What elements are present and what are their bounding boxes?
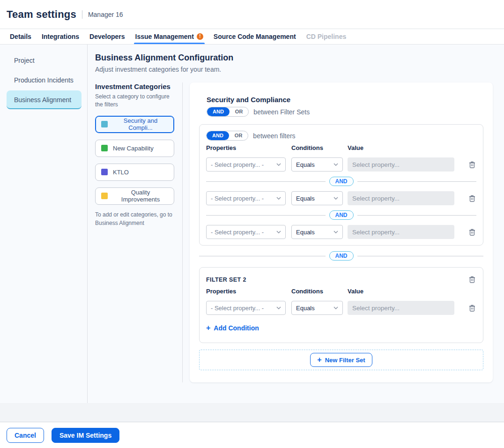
footer-actions: Cancel Save IM Settings <box>0 422 504 448</box>
plus-icon: + <box>206 324 210 332</box>
chevron-down-icon <box>334 197 338 200</box>
condition-select[interactable]: Equals <box>291 301 343 315</box>
trash-icon <box>469 276 475 283</box>
value-header: Value <box>348 144 476 151</box>
settings-sidebar: Project Production Incidents Business Al… <box>0 45 88 403</box>
condition-select[interactable]: Equals <box>291 191 343 205</box>
warning-badge-icon: ! <box>197 33 203 40</box>
value-input[interactable] <box>348 225 454 239</box>
tab-issue-management[interactable]: Issue Management ! <box>130 29 208 44</box>
column-headers: Properties Conditions Value <box>206 144 476 151</box>
main-content: Business Alignment Configuration Adjust … <box>88 45 504 403</box>
property-select[interactable]: - Select property... - <box>206 157 286 172</box>
tab-cd-pipelines: CD Pipelines <box>301 29 352 44</box>
category-color-swatch <box>101 145 108 151</box>
condition-row: - Select property... - Equals <box>206 225 476 239</box>
condition-row: - Select property... - Equals <box>206 191 476 205</box>
trash-icon <box>469 228 475 236</box>
properties-header: Properties <box>206 144 291 151</box>
between-sets-and-connector: AND <box>199 251 483 261</box>
properties-header: Properties <box>206 288 291 295</box>
filter-set-1: AND OR between filters Properties Condit… <box>199 124 483 246</box>
header-divider <box>82 10 82 19</box>
trash-icon <box>469 304 475 312</box>
or-option[interactable]: OR <box>229 131 248 140</box>
section-title: Business Alignment Configuration <box>95 53 493 63</box>
page-title: Team settings <box>7 8 76 21</box>
add-condition-button[interactable]: + Add Condition <box>206 324 259 332</box>
property-select[interactable]: - Select property... - <box>206 225 286 239</box>
delete-condition-button[interactable] <box>468 303 476 313</box>
footer-strip <box>0 403 504 422</box>
conditions-header: Conditions <box>291 288 348 295</box>
chevron-down-icon <box>276 197 281 200</box>
page-header: Team settings Manager 16 <box>0 0 504 29</box>
new-filter-set-button[interactable]: + New Filter Set <box>310 353 372 367</box>
tab-content: Project Production Incidents Business Al… <box>0 45 504 403</box>
between-filters-toggle[interactable]: AND OR <box>206 131 248 141</box>
tab-details[interactable]: Details <box>5 29 37 44</box>
and-connector: AND <box>206 177 476 186</box>
sidebar-item-project[interactable]: Project <box>7 51 82 70</box>
or-option[interactable]: OR <box>230 107 249 116</box>
category-ktlo[interactable]: KTLO <box>95 164 174 181</box>
category-filters-panel: Security and Compliance AND OR between F… <box>190 82 493 382</box>
category-color-swatch <box>101 193 108 199</box>
categories-title: Investment Categories <box>95 82 174 90</box>
team-settings-page: Team settings Manager 16 Details Integra… <box>0 0 504 448</box>
team-name: Manager 16 <box>88 11 123 18</box>
delete-filter-set-button[interactable] <box>468 275 476 284</box>
sidebar-item-production-incidents[interactable]: Production Incidents <box>7 71 82 90</box>
trash-icon <box>469 194 475 202</box>
filter-set-2-title: FILTER SET 2 <box>206 275 246 283</box>
category-color-swatch <box>101 121 108 127</box>
chevron-down-icon <box>334 231 338 233</box>
value-input[interactable] <box>348 157 454 172</box>
between-filter-sets-toggle[interactable]: AND OR <box>207 107 249 117</box>
delete-condition-button[interactable] <box>468 160 476 169</box>
categories-hint: Select a category to configure the filte… <box>95 93 174 109</box>
value-input[interactable] <box>348 301 454 315</box>
category-new-capability[interactable]: New Capability <box>95 140 174 157</box>
category-quality-improvements[interactable]: Quality Improvements <box>95 187 174 205</box>
between-filters-label: between filters <box>253 132 295 140</box>
condition-select[interactable]: Equals <box>291 157 343 172</box>
category-security-and-compliance[interactable]: Security and Compli... <box>95 116 174 133</box>
chevron-down-icon <box>276 163 281 166</box>
condition-row: - Select property... - Equals <box>206 157 476 172</box>
and-option[interactable]: AND <box>207 107 230 116</box>
conditions-header: Conditions <box>291 144 348 151</box>
sidebar-item-business-alignment[interactable]: Business Alignment <box>7 90 82 109</box>
condition-select[interactable]: Equals <box>291 225 343 239</box>
trash-icon <box>469 161 475 168</box>
tab-source-code-management[interactable]: Source Code Management <box>208 29 301 44</box>
filter-set-2: FILTER SET 2 Properties Conditions Value <box>199 267 483 343</box>
section-subtitle: Adjust investment categories for your te… <box>95 66 493 73</box>
and-connector: AND <box>206 210 476 220</box>
categories-note: To add or edit categories, go to Busines… <box>95 210 174 227</box>
chevron-down-icon <box>276 231 281 233</box>
column-headers: Properties Conditions Value <box>206 288 476 295</box>
value-input[interactable] <box>348 191 454 205</box>
and-option[interactable]: AND <box>207 131 229 140</box>
chevron-down-icon <box>334 163 338 166</box>
tab-developers[interactable]: Developers <box>84 29 130 44</box>
investment-categories-panel: Investment Categories Select a category … <box>95 82 183 382</box>
chevron-down-icon <box>334 306 338 309</box>
delete-condition-button[interactable] <box>468 194 476 203</box>
category-color-swatch <box>101 169 108 175</box>
condition-row: - Select property... - Equals <box>206 301 476 315</box>
delete-condition-button[interactable] <box>468 227 476 237</box>
between-filter-sets-label: between Filter Sets <box>253 108 310 116</box>
settings-tabbar: Details Integrations Developers Issue Ma… <box>0 29 504 45</box>
property-select[interactable]: - Select property... - <box>206 191 286 205</box>
filters-panel-column: Security and Compliance AND OR between F… <box>183 82 493 382</box>
plus-icon: + <box>317 356 321 364</box>
property-select[interactable]: - Select property... - <box>206 301 286 315</box>
chevron-down-icon <box>276 306 281 309</box>
value-header: Value <box>348 288 476 295</box>
cancel-button[interactable]: Cancel <box>7 428 44 443</box>
tab-integrations[interactable]: Integrations <box>37 29 84 44</box>
save-im-settings-button[interactable]: Save IM Settings <box>52 428 119 443</box>
selected-category-title: Security and Compliance <box>207 96 483 104</box>
